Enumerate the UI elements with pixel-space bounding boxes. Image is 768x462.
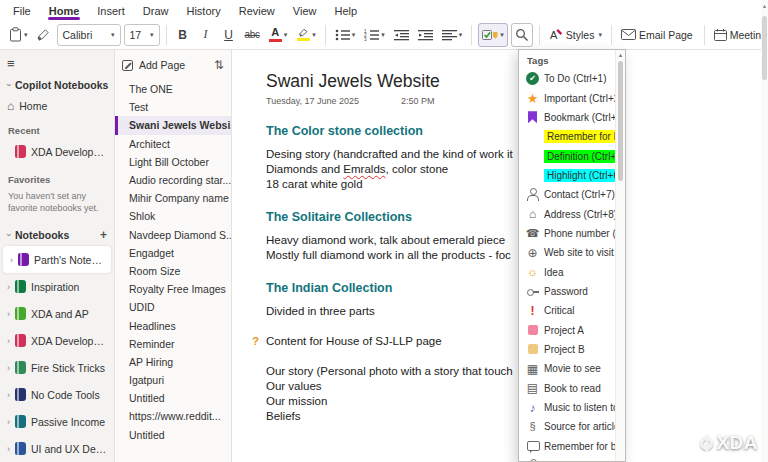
notebook-item[interactable]: › Fire Stick Tricks xyxy=(0,354,114,381)
paste-button[interactable]: ▾ xyxy=(6,23,31,47)
notebook-item[interactable]: › XDA Developers xyxy=(0,138,114,165)
hamburger-menu-button[interactable]: ≡ xyxy=(0,50,114,74)
page-list-item[interactable]: Shlok xyxy=(115,207,231,225)
notebook-item[interactable]: › Inspiration xyxy=(0,273,114,300)
tag-menu-item[interactable]: Remember for later xyxy=(519,127,625,146)
scrollbar-thumb[interactable] xyxy=(618,61,623,181)
copilot-notebooks-header[interactable]: › Copilot Notebooks xyxy=(0,74,114,96)
menu-item[interactable]: View xyxy=(284,2,326,19)
tag-menu-item[interactable]: Project B xyxy=(519,340,625,359)
tag-menu-item[interactable]: Contact (Ctrl+7) xyxy=(519,185,625,204)
page-title-label: Untitled xyxy=(129,429,165,441)
tag-menu-item[interactable]: Important (Ctrl+2) xyxy=(519,88,625,107)
strikethrough-button[interactable]: abc xyxy=(242,23,263,47)
meeting-details-button[interactable]: Meeting xyxy=(711,23,768,47)
scrollbar-thumb[interactable] xyxy=(762,16,767,80)
notebook-item[interactable]: › XDA and AP xyxy=(0,300,114,327)
page-list-item[interactable]: Light Bill October xyxy=(115,153,231,171)
notebooks-section-header[interactable]: › Notebooks + xyxy=(0,224,114,246)
menu-item[interactable]: Review xyxy=(230,2,284,19)
underline-button[interactable]: U xyxy=(219,23,239,47)
decrease-indent-button[interactable] xyxy=(391,23,412,47)
notebook-item[interactable]: › Passive Income xyxy=(0,408,114,435)
tag-icon xyxy=(526,150,539,163)
email-page-button[interactable]: Email Page xyxy=(618,23,698,47)
bold-button[interactable]: B xyxy=(173,23,193,47)
tag-menu-item[interactable]: Highlight (Ctrl+6) xyxy=(519,166,625,185)
tag-menu-item[interactable]: Phone number (Ctrl... xyxy=(519,224,625,243)
tag-icon xyxy=(526,92,539,105)
tag-menu-item[interactable]: Critical xyxy=(519,301,625,320)
vertical-scrollbar[interactable]: ▲ xyxy=(761,0,768,462)
add-page-button[interactable]: Add Page xyxy=(122,59,210,71)
tag-menu-item[interactable]: Web site to visit xyxy=(519,243,625,262)
page-list-item[interactable]: https://www.reddit... xyxy=(115,407,231,425)
tag-menu-item[interactable]: Music to listen to xyxy=(519,398,625,417)
notebook-item[interactable]: › UI and UX Design xyxy=(0,435,114,462)
tag-menu-item[interactable]: Discuss with <Perso... xyxy=(519,456,625,462)
bullet-list-button[interactable]: ▾ xyxy=(332,23,359,47)
tag-menu-item[interactable]: Source for article xyxy=(519,417,625,436)
tag-menu-item[interactable]: Bookmark (Ctrl+3) xyxy=(519,108,625,127)
sidebar-item-home[interactable]: ⌂ Home xyxy=(0,96,114,116)
tag-menu-item[interactable]: Password xyxy=(519,282,625,301)
page-list-item[interactable]: Untitled xyxy=(115,389,231,407)
page-title[interactable]: Swani Jewels Website xyxy=(266,71,768,92)
italic-button[interactable]: I xyxy=(196,23,216,47)
tag-menu-item[interactable]: Address (Ctrl+8) xyxy=(519,204,625,223)
add-notebook-button[interactable]: + xyxy=(100,228,107,242)
tags-button[interactable]: ▾ xyxy=(478,23,508,47)
notebook-item[interactable]: › Parth's Notebook xyxy=(3,246,111,273)
page-list-item[interactable]: Swani Jewels Websi... xyxy=(115,116,231,134)
page-list-item[interactable]: Engadget xyxy=(115,244,231,262)
note-body[interactable]: The Color stone collectionDesing story (… xyxy=(266,124,768,424)
increase-indent-button[interactable] xyxy=(415,23,436,47)
tag-menu-item[interactable]: Remember for blog xyxy=(519,437,625,456)
menu-item[interactable]: File xyxy=(4,2,40,19)
tags-scrollbar[interactable]: ▲ xyxy=(615,50,625,461)
page-list-item[interactable]: Architect xyxy=(115,135,231,153)
page-list-item[interactable]: Mihir Company name xyxy=(115,189,231,207)
page-list-item[interactable]: UDID xyxy=(115,298,231,316)
tag-menu-item[interactable]: Idea xyxy=(519,262,625,281)
page-list-item[interactable]: AP Hiring xyxy=(115,353,231,371)
menu-item[interactable]: History xyxy=(177,2,229,19)
tag-menu-item[interactable]: Definition (Ctrl+5) xyxy=(519,146,625,165)
menu-item[interactable]: Home xyxy=(40,2,89,19)
note-content-area[interactable]: Swani Jewels Website Tuesday, 17 June 20… xyxy=(232,50,768,462)
format-painter-button[interactable] xyxy=(34,23,54,47)
font-size-select[interactable]: 17 ▾ xyxy=(124,24,160,46)
tag-icon xyxy=(526,285,539,298)
page-list-item[interactable]: Headlines xyxy=(115,316,231,334)
menu-item[interactable]: Insert xyxy=(88,2,134,19)
page-list-item[interactable]: Royalty Free Images xyxy=(115,280,231,298)
page-list-item[interactable]: Igatpuri xyxy=(115,371,231,389)
font-name-select[interactable]: Calibri ▾ xyxy=(57,24,121,46)
page-list-item[interactable]: Room Size xyxy=(115,262,231,280)
tag-icon xyxy=(526,362,539,375)
chevron-right-icon: › xyxy=(10,255,13,265)
scroll-up-arrow[interactable]: ▲ xyxy=(761,3,768,9)
notebook-item[interactable]: › No Code Tools xyxy=(0,381,114,408)
styles-button[interactable]: A Styles ▾ xyxy=(546,23,605,47)
menu-item[interactable]: Help xyxy=(325,2,366,19)
page-list-item[interactable]: The ONE xyxy=(115,80,231,98)
tag-menu-item[interactable]: Book to read xyxy=(519,379,625,398)
page-list-item[interactable]: Navdeep Diamond S... xyxy=(115,226,231,244)
page-list-item[interactable]: Test xyxy=(115,98,231,116)
highlight-button[interactable]: ▾ xyxy=(293,23,319,47)
find-tags-button[interactable] xyxy=(511,23,533,47)
tag-menu-item[interactable]: Project A xyxy=(519,320,625,339)
scroll-up-arrow[interactable]: ▲ xyxy=(618,52,623,58)
page-list-item[interactable]: Untitled xyxy=(115,426,231,444)
alignment-button[interactable]: ▾ xyxy=(439,23,466,47)
notebook-item[interactable]: › XDA Developers xyxy=(0,327,114,354)
menu-item[interactable]: Draw xyxy=(134,2,178,19)
font-color-button[interactable]: A ▾ xyxy=(266,23,291,47)
tag-menu-item[interactable]: Movie to see xyxy=(519,359,625,378)
numbered-list-button[interactable]: 123 ▾ xyxy=(361,23,388,47)
page-list-item[interactable]: Reminder xyxy=(115,335,231,353)
page-list-item[interactable]: Audio recording star... xyxy=(115,171,231,189)
tag-menu-item[interactable]: To Do (Ctrl+1) xyxy=(519,69,625,88)
sort-pages-button[interactable]: ⇅ xyxy=(214,58,224,72)
